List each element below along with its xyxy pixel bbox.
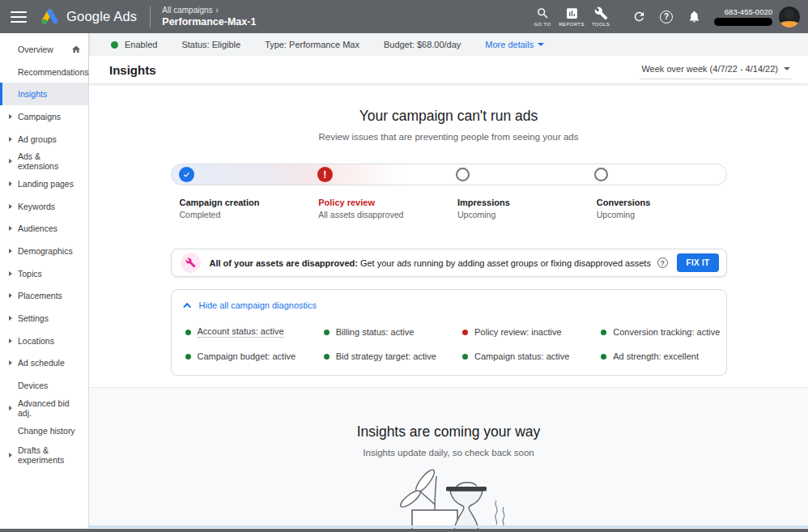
breadcrumb-chevron-icon: › <box>216 6 219 15</box>
enabled-label: Enabled <box>125 40 157 49</box>
alert-wrench-icon <box>181 253 201 273</box>
diagnostic-ad-strength: Ad strength: excellent <box>587 351 725 361</box>
home-icon <box>71 45 81 56</box>
status-dot-icon <box>185 354 191 360</box>
diagnostic-conversion-tracking: Conversion tracking: active <box>587 326 725 338</box>
window-bottom-edge <box>0 529 808 532</box>
status-dot-icon <box>462 330 468 335</box>
sidebar-item-drafts-experiments[interactable]: Drafts & experiments <box>0 441 88 469</box>
campaign-diagnostics-panel: Hide all campaign diagnostics Account st… <box>171 289 727 376</box>
sidebar-item-audiences[interactable]: Audiences <box>0 218 88 240</box>
sidebar-item-locations[interactable]: Locations <box>0 330 88 352</box>
sidebar-item-settings[interactable]: Settings <box>0 307 88 330</box>
account-info[interactable]: 683-455-0020 <box>714 7 772 26</box>
avatar-head <box>785 9 794 19</box>
diagnostic-campaign-budget: Campaign budget: active <box>172 351 310 361</box>
diagnostics-grid: Account status: active Billing status: a… <box>172 326 726 361</box>
table-surface-line <box>89 526 808 528</box>
budget-label: Budget: $68.00/day <box>384 40 461 49</box>
avatar[interactable] <box>779 6 800 28</box>
expand-arrow-icon <box>9 249 12 253</box>
insights-header: Insights Week over week (4/7/22 - 4/14/2… <box>89 56 808 83</box>
step-conversions: Conversions Upcoming <box>588 198 727 219</box>
sidebar-item-keywords[interactable]: Keywords <box>0 195 88 218</box>
sidebar-item-campaigns[interactable]: Campaigns <box>0 105 88 128</box>
expand-arrow-icon <box>9 453 12 458</box>
bar-chart-icon <box>565 6 579 20</box>
sidebar-item-topics[interactable]: Topics <box>0 262 88 285</box>
help-tooltip-icon[interactable]: ? <box>657 257 668 268</box>
disapproved-assets-alert: All of your assets are disapproved: Get … <box>171 249 727 277</box>
sidebar-item-change-history[interactable]: Change history <box>0 419 88 442</box>
sidebar-item-ad-groups[interactable]: Ad groups <box>0 128 88 151</box>
step-campaign-creation: Campaign creation Completed <box>171 198 310 219</box>
coming-subtitle: Insights update daily, so check back soo… <box>89 448 808 458</box>
sidebar-item-demographics[interactable]: Demographics <box>0 240 88 262</box>
expand-arrow-icon <box>9 271 12 276</box>
status-dot-icon <box>185 330 191 335</box>
fix-it-button[interactable]: FIX IT <box>677 253 718 272</box>
expand-arrow-icon <box>9 226 12 231</box>
menu-icon[interactable] <box>11 11 27 23</box>
avatar-shoulders <box>779 21 800 28</box>
sidebar-item-placements[interactable]: Placements <box>0 285 88 308</box>
goto-button[interactable]: GO TO <box>528 6 557 27</box>
search-icon <box>536 6 550 20</box>
sidebar-item-devices[interactable]: Devices <box>0 374 88 397</box>
sidebar-nav: Overview Recommendations Insights Campai… <box>0 33 89 532</box>
sidebar-item-insights[interactable]: Insights <box>0 83 88 105</box>
hide-diagnostics-link[interactable]: Hide all campaign diagnostics <box>185 300 726 310</box>
app-header: Google Ads All campaigns › Performance-M… <box>0 0 808 33</box>
sidebar-item-advanced-bid-adj[interactable]: Advanced bid adj. <box>0 397 88 419</box>
question-circle-icon: ? <box>660 11 673 23</box>
sidebar-item-recommendations[interactable]: Recommendations <box>0 61 88 83</box>
notifications-button[interactable] <box>682 10 706 23</box>
hero-title: Your campaign can't run ads <box>89 83 808 125</box>
page-title: Performance-Max-1 <box>162 16 256 28</box>
sidebar-item-ad-schedule[interactable]: Ad schedule <box>0 352 88 375</box>
expand-arrow-icon <box>9 181 12 186</box>
hero-subtitle: Review issues that are preventing people… <box>89 132 808 142</box>
expand-arrow-icon <box>9 204 12 209</box>
help-button[interactable]: ? <box>654 11 678 23</box>
expand-arrow-icon <box>9 114 12 119</box>
expand-arrow-icon <box>9 360 12 365</box>
expand-arrow-icon <box>9 338 12 343</box>
date-range-dropdown[interactable]: Week over week (4/7/22 - 4/14/22) <box>640 61 792 79</box>
status-dot-icon <box>601 330 606 335</box>
more-details-link[interactable]: More details <box>485 40 544 49</box>
google-ads-logo[interactable]: Google Ads <box>40 7 137 26</box>
sidebar-item-overview[interactable]: Overview <box>0 38 88 61</box>
step-impressions: Impressions Upcoming <box>449 198 588 219</box>
section-title: Insights <box>109 63 156 77</box>
chevron-down-icon <box>784 67 790 70</box>
chevron-down-icon <box>538 43 544 46</box>
tools-button[interactable]: TOOLS <box>586 6 615 27</box>
coming-title: Insights are coming your way <box>89 388 808 440</box>
enabled-dot-icon <box>111 41 118 49</box>
campaign-progress: ! Campaign creation Completed Policy rev… <box>171 164 727 219</box>
diagnostic-billing-status: Billing status: active <box>310 326 449 338</box>
diagnostic-bid-strategy: Bid strategy target: active <box>310 351 449 361</box>
insights-coming-section: Insights are coming your way Insights up… <box>89 387 808 532</box>
step-complete-check-icon <box>179 167 194 182</box>
step-policy-review: Policy review All assets disapproved <box>309 198 449 219</box>
type-label: Type: Performance Max <box>265 40 359 49</box>
diagnostic-account-status: Account status: active <box>172 326 310 338</box>
brand-name: Google Ads <box>66 9 137 24</box>
step-upcoming-circle-icon <box>456 168 470 181</box>
step-upcoming-circle-icon <box>594 168 608 181</box>
status-dot-icon <box>601 354 606 360</box>
expand-arrow-icon <box>9 137 12 142</box>
wrench-icon <box>594 6 608 20</box>
breadcrumb[interactable]: All campaigns › <box>162 6 256 15</box>
status-dot-icon <box>324 354 330 360</box>
reports-button[interactable]: REPORTS <box>557 6 586 27</box>
status-label: Status: Eligible <box>181 40 240 49</box>
step-error-icon: ! <box>317 167 333 182</box>
expand-arrow-icon <box>9 293 12 298</box>
sidebar-item-landing-pages[interactable]: Landing pages <box>0 172 88 195</box>
refresh-button[interactable] <box>627 10 651 23</box>
campaign-status-bar: Enabled Status: Eligible Type: Performan… <box>89 33 808 56</box>
sidebar-item-ads-extensions[interactable]: Ads & extensions <box>0 150 88 172</box>
